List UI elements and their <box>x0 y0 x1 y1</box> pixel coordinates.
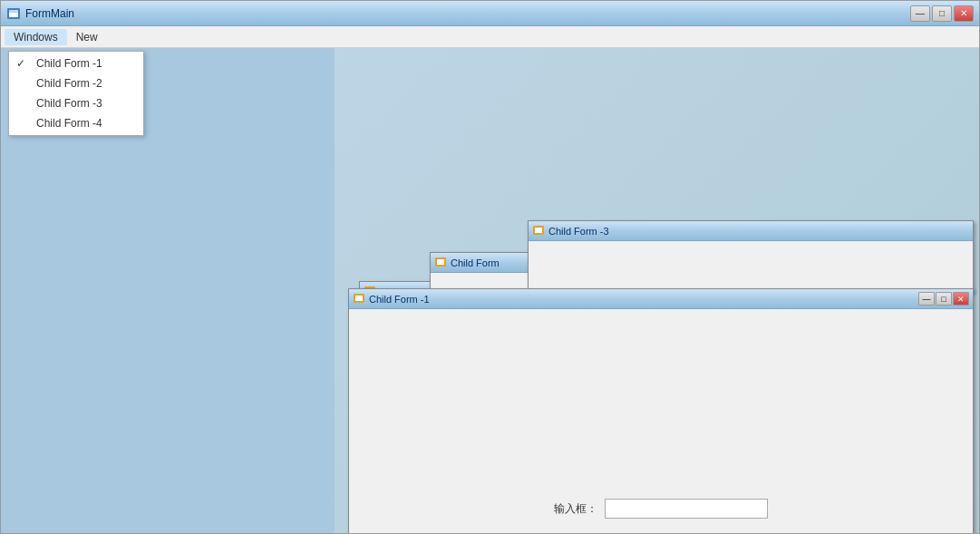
child-form-2-title-left: Child Form <box>434 257 500 269</box>
child-form-1-title-left: Child Form -1 <box>353 293 430 306</box>
child-form-1-icon <box>353 293 365 306</box>
dropdown-item-3[interactable]: Child Form -3 <box>9 93 143 113</box>
child-form-3[interactable]: Child Form -3 <box>528 220 974 293</box>
child-form-1-title-bar: Child Form -1 — □ ✕ <box>349 289 973 309</box>
svg-rect-6 <box>437 259 444 265</box>
menu-windows[interactable]: Windows ✓ Child Form -1 Child Form -2 Ch… <box>5 29 67 45</box>
child-form-1-content: 输入框： <box>349 309 973 533</box>
main-window-title: FormMain <box>25 7 74 20</box>
dropdown-item-1[interactable]: ✓ Child Form -1 <box>9 53 143 73</box>
dropdown-item-2[interactable]: Child Form -2 <box>9 73 143 93</box>
check-icon: ✓ <box>16 57 25 70</box>
child-form-1[interactable]: Child Form -1 — □ ✕ 输入框： <box>348 288 974 533</box>
windows-dropdown: ✓ Child Form -1 Child Form -2 Child Form… <box>8 51 144 136</box>
title-bar-left: FormMain <box>6 6 74 21</box>
minimize-button[interactable]: — <box>910 5 930 22</box>
child-form-1-close[interactable]: ✕ <box>953 292 969 306</box>
mdi-area: Child Fo Child Form <box>1 48 979 533</box>
input-label: 输入框： <box>554 501 597 517</box>
input-row: 输入框： <box>554 499 768 519</box>
child-form-3-title-left: Child Form -3 <box>532 225 609 238</box>
child-form-1-buttons: — □ ✕ <box>918 292 969 306</box>
input-field[interactable] <box>605 499 768 519</box>
svg-rect-8 <box>535 228 542 233</box>
main-window: FormMain — □ ✕ Windows ✓ Child Form -1 C… <box>0 0 980 534</box>
child-form-1-minimize[interactable]: — <box>918 292 935 306</box>
menu-new[interactable]: New <box>67 29 107 45</box>
maximize-button[interactable]: □ <box>932 5 952 22</box>
menu-bar: Windows ✓ Child Form -1 Child Form -2 Ch… <box>1 26 979 48</box>
svg-rect-2 <box>9 10 18 13</box>
close-button[interactable]: ✕ <box>954 5 974 22</box>
child-form-2-icon <box>434 257 447 269</box>
svg-rect-10 <box>355 296 363 301</box>
main-title-bar: FormMain — □ ✕ <box>1 1 979 26</box>
child-form-3-title-bar: Child Form -3 <box>529 221 973 241</box>
app-icon <box>6 6 21 21</box>
child-form-1-maximize[interactable]: □ <box>936 292 952 306</box>
title-buttons: — □ ✕ <box>910 5 974 22</box>
dropdown-item-4[interactable]: Child Form -4 <box>9 113 143 133</box>
child-form-3-icon <box>532 225 545 238</box>
